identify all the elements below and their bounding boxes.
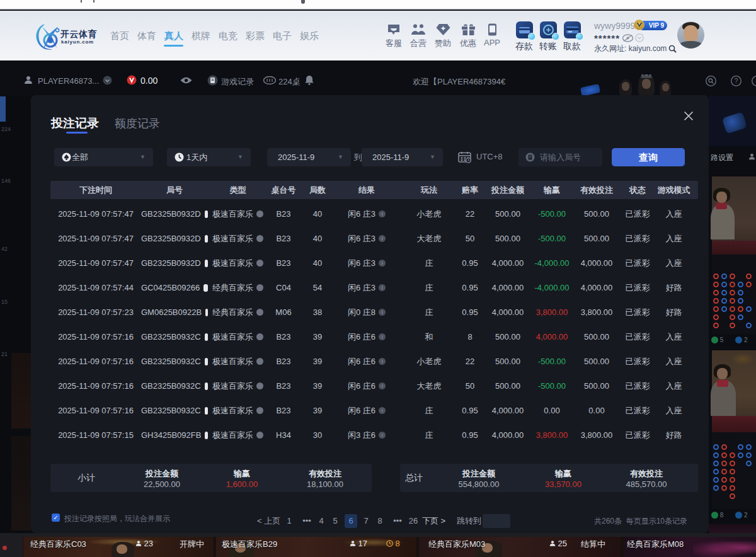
svg-text:?: ? — [735, 78, 738, 84]
